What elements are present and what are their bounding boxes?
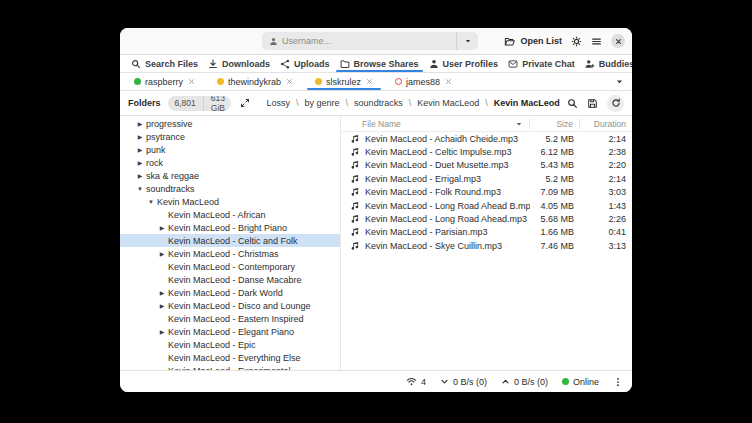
file-name: Kevin MacLeod - Folk Round.mp3 [365,187,501,197]
file-size: 5.68 MB [530,214,580,224]
tree-item[interactable]: ▶punk [120,143,340,156]
close-tab-icon[interactable] [445,78,452,85]
tree-item[interactable]: ▶Kevin MacLeod - Elegant Piano [120,325,340,338]
column-header-duration[interactable]: Duration [580,119,632,129]
tree-item[interactable]: ▶Kevin MacLeod - Bright Piano [120,221,340,234]
tree-item[interactable]: Kevin MacLeod - African [120,208,340,221]
save-list-icon[interactable] [587,98,598,109]
user-tab-raspberry[interactable]: raspberry [125,73,204,90]
close-tab-icon[interactable] [366,78,373,85]
expander-collapsed-icon[interactable]: ▶ [156,303,168,309]
expander-collapsed-icon[interactable]: ▶ [156,225,168,231]
search-folder-icon[interactable] [567,98,578,109]
tab-browse-shares[interactable]: Browse Shares [335,55,424,72]
breadcrumb-item[interactable]: Kevin MacLeod [417,98,479,108]
breadcrumb-item[interactable]: soundtracks [354,98,403,108]
breadcrumb-current[interactable]: Kevin MacLeod - Celtic and Folk [494,98,560,108]
tab-overflow-caret-icon[interactable] [615,73,624,90]
tab-buddies[interactable]: Buddies [580,55,632,72]
main-tab-label: Downloads [222,59,270,69]
expander-collapsed-icon[interactable]: ▶ [134,160,146,166]
tree-item-label: Kevin MacLeod - African [168,210,266,220]
music-note-icon [350,160,360,170]
username-dropdown-button[interactable] [456,32,478,50]
music-note-icon [350,241,360,251]
file-row[interactable]: Kevin MacLeod - Errigal.mp35.2 MB2:14 [341,172,632,185]
breadcrumb-item[interactable]: Lossy [267,98,291,108]
close-window-button[interactable] [611,34,625,48]
download-rate[interactable]: 0 B/s (0) [440,377,487,387]
tab-uploads[interactable]: Uploads [275,55,335,72]
file-row[interactable]: Kevin MacLeod - Skye Cuillin.mp37.46 MB3… [341,239,632,252]
tree-item[interactable]: ▶Kevin MacLeod - Disco and Lounge [120,299,340,312]
tree-item[interactable]: ▶ska & reggae [120,169,340,182]
tree-item[interactable]: ▼soundtracks [120,182,340,195]
expander-expanded-icon[interactable]: ▼ [145,199,157,205]
file-name: Kevin MacLeod - Skye Cuillin.mp3 [365,241,502,251]
user-tab-slskrulez[interactable]: slskrulez [306,73,382,90]
tree-item[interactable]: ▶Kevin MacLeod - Christmas [120,247,340,260]
online-status[interactable]: Online [562,377,599,387]
column-header-file-name[interactable]: File Name [341,119,530,129]
tree-item[interactable]: ▶Kevin MacLeod - Dark World [120,286,340,299]
file-row[interactable]: Kevin MacLeod - Achaidh Cheide.mp35.2 MB… [341,132,632,145]
expand-icon[interactable] [240,98,250,108]
tree-item[interactable]: Kevin MacLeod - Danse Macabre [120,273,340,286]
tree-item[interactable]: ▶progressive [120,117,340,130]
file-row[interactable]: Kevin MacLeod - Celtic Impulse.mp36.12 M… [341,145,632,158]
kebab-menu-icon[interactable] [613,377,623,387]
browse-toolbar: Folders 6,801 613 GiB Lossy\by genre\sou… [120,91,632,116]
user-tab-label: raspberry [145,77,183,87]
file-duration: 0:41 [580,227,632,237]
settings-gear-icon[interactable] [571,36,582,47]
expander-collapsed-icon[interactable]: ▶ [134,134,146,140]
tree-item[interactable]: Kevin MacLeod - Everything Else [120,351,340,364]
file-list-pane: File Name Size Duration Kevin MacLeod - … [341,116,632,370]
upload-rate[interactable]: 0 B/s (0) [501,377,548,387]
tab-private-chat[interactable]: Private Chat [503,55,580,72]
tab-search-files[interactable]: Search Files [126,55,203,72]
tree-item-label: rock [146,158,163,168]
close-tab-icon[interactable] [286,78,293,85]
tree-item[interactable]: Kevin MacLeod - Celtic and Folk [120,234,340,247]
tree-item-label: Kevin MacLeod - Bright Piano [168,223,287,233]
file-row[interactable]: Kevin MacLeod - Long Road Ahead.mp35.68 … [341,212,632,225]
tree-item[interactable]: ▶rock [120,156,340,169]
file-duration: 2:38 [580,147,632,157]
expander-expanded-icon[interactable]: ▼ [134,186,146,192]
username-input[interactable] [278,36,456,46]
file-row[interactable]: Kevin MacLeod - Folk Round.mp37.09 MB3:0… [341,186,632,199]
expander-collapsed-icon[interactable]: ▶ [134,173,146,179]
tree-item[interactable]: Kevin MacLeod - Contemporary [120,260,340,273]
file-duration: 2:26 [580,214,632,224]
expander-collapsed-icon[interactable]: ▶ [134,121,146,127]
tree-item[interactable]: ▼Kevin MacLeod [120,195,340,208]
column-header-size[interactable]: Size [530,119,580,129]
file-size: 4.05 MB [530,201,580,211]
expander-collapsed-icon[interactable]: ▶ [156,251,168,257]
hamburger-menu-icon[interactable] [591,36,602,47]
tree-item[interactable]: ▶psytrance [120,130,340,143]
user-tab-thewindykrab[interactable]: thewindykrab [208,73,302,90]
file-row[interactable]: Kevin MacLeod - Duet Musette.mp35.43 MB2… [341,159,632,172]
refresh-button[interactable] [607,95,624,112]
mail-icon [508,59,518,69]
tab-user-profiles[interactable]: User Profiles [424,55,504,72]
open-list-button[interactable]: Open List [504,36,562,47]
user-tab-james88[interactable]: james88 [386,73,461,90]
breadcrumb-item[interactable]: Kevin MacLeod - Celtic and Folk [494,98,560,108]
status-offline-icon [395,78,402,85]
music-note-icon [350,147,360,157]
expander-collapsed-icon[interactable]: ▶ [156,290,168,296]
tree-item[interactable]: Kevin MacLeod - Eastern Inspired [120,312,340,325]
connection-count[interactable]: 4 [406,376,426,387]
close-tab-icon[interactable] [188,78,195,85]
tree-item[interactable]: Kevin MacLeod - Epic [120,338,340,351]
expander-collapsed-icon[interactable]: ▶ [134,147,146,153]
file-row[interactable]: Kevin MacLeod - Parisian.mp31.66 MB0:41 [341,226,632,239]
file-row[interactable]: Kevin MacLeod - Long Road Ahead B.mp34.0… [341,199,632,212]
tab-downloads[interactable]: Downloads [203,55,275,72]
expander-collapsed-icon[interactable]: ▶ [156,329,168,335]
username-combo[interactable] [262,32,478,50]
breadcrumb-item[interactable]: by genre [305,98,340,108]
